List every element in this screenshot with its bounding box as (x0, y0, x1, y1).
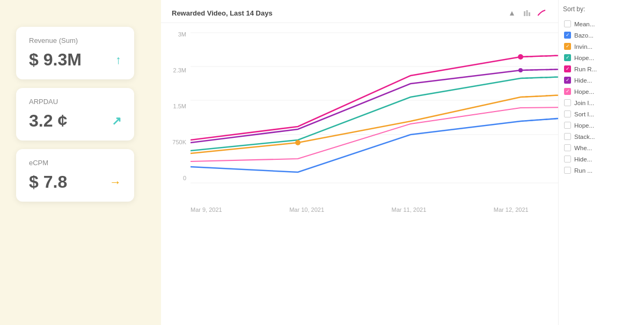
item-label-run: Run R... (574, 66, 597, 72)
svg-rect-2 (529, 12, 530, 16)
ecpm-arrow: → (109, 175, 121, 189)
checkbox-mean[interactable] (564, 20, 571, 27)
revenue-label: Revenue (Sum) (29, 36, 121, 45)
checkbox-stack[interactable] (564, 133, 571, 140)
chart-svg-wrapper: Mar 9, 2021 Mar 10, 2021 Mar 11, 2021 Ma… (191, 27, 553, 213)
arpdau-arrow: ↗ (112, 114, 121, 128)
item-label-hope3: Hope... (574, 122, 594, 129)
svg-rect-1 (526, 10, 528, 16)
sidebar-item-run2[interactable]: Run ... (563, 165, 640, 176)
revenue-arrow: ↑ (115, 53, 121, 67)
metrics-cards: Revenue (Sum) $ 9.3M ↑ ARPDAU 3.2 ¢ ↗ eC… (16, 27, 134, 202)
right-sidebar: Sort by: Mean... ✓ Bazo... ✓ Invin... ✓ … (558, 0, 644, 325)
sidebar-item-hide2[interactable]: Hide... (563, 153, 640, 165)
y-label-0: 0 (164, 175, 186, 181)
line-chart-icon[interactable] (537, 8, 547, 18)
sort-by-row: Sort by: (563, 5, 640, 13)
item-label-stack: Stack... (574, 134, 595, 140)
sidebar-item-join[interactable]: Join I... (563, 97, 640, 108)
item-label-whe: Whe... (574, 145, 592, 151)
svg-point-9 (518, 68, 523, 72)
checkbox-sort[interactable] (564, 110, 571, 117)
y-label-750k: 750K (164, 139, 186, 145)
left-panel: Revenue (Sum) $ 9.3M ↑ ARPDAU 3.2 ¢ ↗ eC… (0, 0, 161, 325)
item-label-bazo: Bazo... (574, 32, 594, 39)
ecpm-value: $ 7.8 (29, 172, 67, 192)
item-label-sort: Sort I... (574, 111, 594, 117)
sidebar-item-run[interactable]: ✓ Run R... (563, 63, 640, 75)
sidebar-item-stack[interactable]: Stack... (563, 131, 640, 142)
item-label-run2: Run ... (574, 167, 592, 174)
x-label-mar12: Mar 12, 2021 (494, 206, 529, 213)
revenue-value: $ 9.3M (29, 50, 82, 70)
x-label-mar11: Mar 11, 2021 (392, 206, 427, 213)
item-label-hope-pink: Hope... (574, 88, 594, 95)
checkbox-run[interactable]: ✓ (564, 65, 571, 72)
item-label-mean: Mean... (574, 21, 595, 27)
ecpm-card: eCPM $ 7.8 → (16, 149, 134, 202)
checkbox-hope-teal[interactable]: ✓ (564, 54, 571, 61)
checkbox-hope3[interactable] (564, 122, 571, 129)
item-label-hope-teal: Hope... (574, 55, 594, 61)
sidebar-item-hide[interactable]: ✓ Hide... (563, 75, 640, 86)
chart-svg (191, 27, 558, 199)
chart-title: Rewarded Video, Last 14 Days (172, 9, 273, 17)
item-label-invin: Invin... (574, 43, 592, 50)
ecpm-label: eCPM (29, 159, 121, 167)
arpdau-value: 3.2 ¢ (29, 111, 67, 131)
sidebar-item-invin[interactable]: ✓ Invin... (563, 41, 640, 52)
checkbox-join[interactable] (564, 99, 571, 106)
sidebar-item-bazo[interactable]: ✓ Bazo... (563, 29, 640, 41)
checkbox-run2[interactable] (564, 167, 571, 174)
item-label-hide: Hide... (574, 77, 592, 84)
chart-header: Rewarded Video, Last 14 Days ▲ (161, 0, 558, 23)
revenue-card: Revenue (Sum) $ 9.3M ↑ (16, 27, 134, 79)
svg-point-11 (295, 140, 301, 145)
sidebar-item-hope-teal[interactable]: ✓ Hope... (563, 52, 640, 63)
sort-label: Sort by: (563, 5, 585, 13)
checkbox-hide[interactable]: ✓ (564, 77, 571, 84)
svg-rect-0 (524, 11, 525, 16)
checkbox-whe[interactable] (564, 144, 571, 151)
checkbox-bazo[interactable]: ✓ (564, 32, 571, 39)
y-label-3m: 3M (164, 31, 186, 38)
checkbox-invin[interactable]: ✓ (564, 43, 571, 50)
y-axis: 3M 2.3M 1.5M 750K 0 (161, 28, 191, 195)
sidebar-item-hope3[interactable]: Hope... (563, 120, 640, 131)
x-label-mar9: Mar 9, 2021 (191, 206, 222, 213)
svg-point-8 (518, 54, 523, 60)
y-label-15m: 1.5M (164, 103, 186, 109)
arpdau-card: ARPDAU 3.2 ¢ ↗ (16, 88, 134, 141)
item-label-join: Join I... (574, 100, 594, 106)
bar-chart-icon[interactable] (522, 8, 532, 18)
chart-controls: ▲ (507, 8, 547, 18)
x-axis: Mar 9, 2021 Mar 10, 2021 Mar 11, 2021 Ma… (191, 203, 558, 213)
checkbox-hope-pink[interactable]: ✓ (564, 88, 571, 95)
arpdau-label: ARPDAU (29, 98, 121, 106)
area-chart-icon[interactable]: ▲ (507, 8, 517, 18)
sidebar-item-mean[interactable]: Mean... (563, 18, 640, 29)
y-label-23m: 2.3M (164, 67, 186, 73)
chart-panel: Rewarded Video, Last 14 Days ▲ 3M 2.3M 1… (161, 0, 558, 325)
sidebar-item-whe[interactable]: Whe... (563, 142, 640, 153)
sidebar-item-hope-pink[interactable]: ✓ Hope... (563, 86, 640, 97)
sidebar-item-sort[interactable]: Sort I... (563, 108, 640, 120)
x-label-mar10: Mar 10, 2021 (289, 206, 324, 213)
item-label-hide2: Hide... (574, 156, 592, 162)
checkbox-hide2[interactable] (564, 156, 571, 162)
